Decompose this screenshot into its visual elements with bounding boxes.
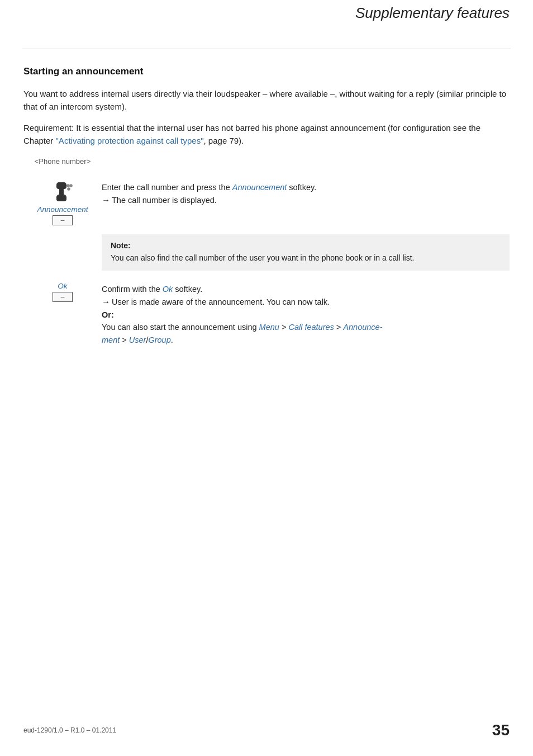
- activating-protection-link-text: "Activating protection against call type…: [56, 136, 204, 145]
- step2-or-text-prefix: You can also start the announcement usin…: [102, 323, 259, 332]
- step2-ok-link-text: Ok: [163, 285, 173, 294]
- user-link-text: User: [129, 336, 146, 344]
- step2-softkey-button[interactable]: –: [53, 292, 73, 302]
- activating-protection-link[interactable]: "Activating protection against call type…: [56, 136, 204, 145]
- step2-left: Ok –: [23, 280, 102, 355]
- step1-desc-link-text: Announcement: [232, 183, 287, 192]
- section-title: Starting an announcement: [23, 66, 510, 77]
- step2-gt1: >: [279, 323, 289, 332]
- phone-icon-container: [23, 180, 102, 203]
- step2-gt3: >: [120, 336, 129, 344]
- step1-softkey-button[interactable]: –: [53, 215, 73, 225]
- note-title: Note:: [111, 241, 501, 250]
- phone-label-spacer: [102, 157, 510, 178]
- step2-desc: Confirm with the Ok softkey. →User is ma…: [102, 280, 510, 346]
- phone-label-row: <Phone number>: [23, 157, 510, 178]
- svg-point-1: [69, 184, 73, 187]
- group-link-text: Group: [148, 336, 170, 344]
- footer-left: eud-1290/1.0 – R1.0 – 01.2011: [23, 726, 116, 734]
- group-link[interactable]: Group: [148, 336, 170, 344]
- step1-arrow-text: The call number is displayed.: [112, 196, 217, 205]
- phone-number-label: <Phone number>: [23, 157, 102, 166]
- step2-row: Ok – Confirm with the Ok softkey. →User …: [23, 280, 510, 355]
- menu-link[interactable]: Menu: [259, 323, 279, 332]
- phone-label-cell: <Phone number>: [23, 157, 102, 178]
- content-area: Starting an announcement You want to add…: [0, 49, 533, 377]
- step2-right: Confirm with the Ok softkey. →User is ma…: [102, 280, 510, 355]
- step2-desc-suffix: softkey.: [173, 285, 202, 294]
- step1-desc-prefix: Enter the call number and press the: [102, 183, 232, 192]
- period: .: [171, 336, 173, 344]
- step2-or-label: Or:: [102, 310, 114, 319]
- step2-softkey-label: Ok: [23, 282, 102, 290]
- svg-point-0: [66, 184, 70, 187]
- user-link[interactable]: User: [129, 336, 146, 344]
- note-box: Note: You can also find the call number …: [102, 234, 510, 271]
- phone-icon-svg: [50, 180, 75, 201]
- step1-desc-suffix: softkey.: [287, 183, 316, 192]
- announcement-cont-link[interactable]: ment: [102, 336, 120, 344]
- announcement-link2[interactable]: Announce-: [343, 323, 382, 332]
- note-cell: Note: You can also find the call number …: [102, 234, 510, 280]
- steps-table: <Phone number>: [23, 157, 510, 355]
- step1-left: Announcement –: [23, 178, 102, 234]
- chapter-title-text: Supplementary features: [355, 4, 510, 21]
- intro-text-1: You want to address internal users direc…: [23, 89, 506, 111]
- step2-arrow1: →: [102, 295, 110, 308]
- step2-gt2: >: [334, 323, 344, 332]
- step2-desc-prefix: Confirm with the: [102, 285, 163, 294]
- announcement-link2-text: Announce-: [343, 323, 382, 332]
- step2-ok-link[interactable]: Ok: [163, 285, 173, 294]
- step1-row: Announcement – Enter the call number and…: [23, 178, 510, 234]
- step1-softkey-label: Announcement: [23, 205, 102, 214]
- step2-arrow-text1: User is made aware of the announcement. …: [112, 297, 330, 306]
- call-features-link[interactable]: Call features: [288, 323, 334, 332]
- intro-text-2-suffix: , page 79).: [204, 136, 244, 145]
- intro-paragraph-1: You want to address internal users direc…: [23, 87, 510, 114]
- step1-arrow: →: [102, 193, 110, 206]
- step1-desc: Enter the call number and press the Anno…: [102, 178, 510, 207]
- svg-point-2: [67, 187, 70, 191]
- step1-announcement-link[interactable]: Announcement: [232, 183, 287, 192]
- page-container: Supplementary features Starting an annou…: [0, 0, 533, 756]
- note-row: Note: You can also find the call number …: [23, 234, 510, 280]
- step1-right: Enter the call number and press the Anno…: [102, 178, 510, 234]
- intro-paragraph-2: Requirement: It is essential that the in…: [23, 121, 510, 148]
- call-features-link-text: Call features: [288, 323, 334, 332]
- note-left-spacer: [23, 234, 102, 280]
- announcement-cont-text: ment: [102, 336, 120, 344]
- footer-page: 35: [492, 721, 510, 739]
- note-text: You can also find the call number of the…: [111, 252, 501, 264]
- chapter-title: Supplementary features: [0, 0, 533, 22]
- footer: eud-1290/1.0 – R1.0 – 01.2011 35: [23, 721, 510, 739]
- menu-link-text: Menu: [259, 323, 279, 332]
